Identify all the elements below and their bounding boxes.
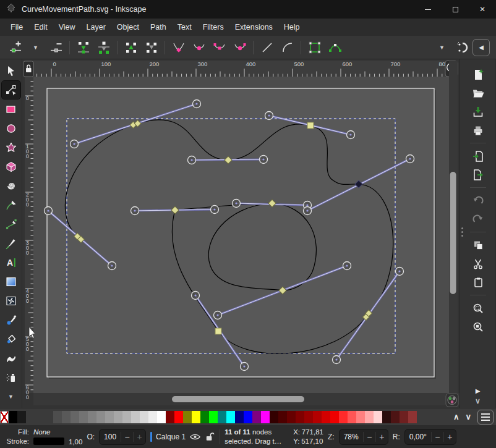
color-swatch[interactable]	[105, 411, 114, 423]
color-swatch[interactable]	[391, 411, 400, 423]
tool-tweak[interactable]	[2, 349, 20, 367]
join-with-segment-button[interactable]	[93, 38, 114, 57]
tool-mesh[interactable]	[2, 292, 20, 310]
redo-button[interactable]	[469, 211, 487, 227]
color-swatch[interactable]	[296, 411, 304, 423]
color-swatch[interactable]	[166, 411, 174, 423]
color-swatch[interactable]	[304, 411, 313, 423]
color-swatch[interactable]	[88, 411, 96, 423]
tool-paint-bucket[interactable]	[2, 330, 20, 348]
line-segment-button[interactable]	[257, 38, 277, 57]
color-swatch[interactable]	[71, 411, 79, 423]
rotation-value[interactable]: 0,00°	[405, 433, 431, 441]
color-swatch[interactable]	[235, 411, 244, 423]
curve-segment-button[interactable]	[277, 38, 297, 57]
tool-calligraphy[interactable]	[2, 234, 20, 252]
color-swatch[interactable]	[218, 411, 226, 423]
menu-help[interactable]: Help	[278, 20, 306, 35]
color-swatch[interactable]	[79, 411, 88, 423]
print-button[interactable]	[469, 122, 487, 138]
canvas-area[interactable]: 0100200300400500600700800010020030040050…	[22, 59, 460, 408]
object-to-path-button[interactable]	[304, 38, 325, 57]
menu-edit[interactable]: Edit	[28, 20, 53, 35]
color-swatch[interactable]	[400, 411, 408, 423]
color-swatch[interactable]	[356, 411, 365, 423]
color-swatch[interactable]	[157, 411, 166, 423]
tool-gradient[interactable]	[2, 273, 20, 290]
delete-segment-button[interactable]	[141, 38, 161, 57]
tool-star[interactable]	[2, 138, 20, 156]
tool-dropper[interactable]	[2, 311, 20, 329]
join-nodes-button[interactable]	[73, 38, 93, 57]
delete-node-button[interactable]	[46, 38, 66, 57]
auto-smooth-node-button[interactable]	[229, 38, 250, 57]
tool-node-editor[interactable]	[2, 81, 20, 99]
menu-path[interactable]: Path	[145, 20, 172, 35]
color-swatch[interactable]	[382, 411, 391, 423]
color-swatch[interactable]	[313, 411, 322, 423]
import-button[interactable]	[469, 148, 487, 164]
tool-pencil[interactable]	[2, 196, 20, 214]
color-swatch[interactable]	[348, 411, 356, 423]
undo-button[interactable]	[469, 193, 487, 208]
color-swatch[interactable]	[408, 411, 417, 423]
save-document-button[interactable]	[469, 104, 487, 119]
color-swatch[interactable]	[200, 411, 209, 423]
color-swatch[interactable]	[183, 411, 192, 423]
tool-selector[interactable]	[2, 62, 20, 80]
h-scrollbar-thumb[interactable]	[172, 396, 304, 402]
zoom-value[interactable]: 78%	[340, 433, 363, 441]
tool-rectangle[interactable]	[2, 100, 20, 118]
insert-node-options-button[interactable]: ▼	[25, 38, 46, 57]
swatch-none[interactable]	[0, 411, 9, 423]
zoom-increase-button[interactable]: +	[375, 432, 388, 442]
menu-filters[interactable]: Filters	[197, 20, 229, 35]
layer-visibility-eye-icon[interactable]	[189, 433, 201, 441]
opacity-value[interactable]: 100	[100, 433, 121, 441]
paste-button[interactable]	[469, 274, 487, 290]
color-swatch[interactable]	[192, 411, 200, 423]
color-swatch[interactable]	[96, 411, 105, 423]
color-swatch[interactable]	[374, 411, 382, 423]
menu-object[interactable]: Object	[111, 20, 145, 35]
tool-more[interactable]: ▼	[2, 387, 20, 405]
color-swatch[interactable]	[131, 411, 140, 423]
maximize-button[interactable]	[442, 0, 469, 19]
commands-bar-handle[interactable]	[461, 227, 463, 237]
color-swatch[interactable]	[122, 411, 131, 423]
zoom-selection-button[interactable]	[469, 300, 487, 316]
color-swatch[interactable]	[62, 411, 71, 423]
stroke-to-path-button[interactable]	[325, 38, 345, 57]
ruler-horizontal[interactable]	[33, 61, 447, 77]
opacity-increase-button[interactable]: +	[133, 432, 145, 442]
zoom-drawing-button[interactable]	[469, 319, 487, 334]
stroke-color-swatch[interactable]	[33, 437, 64, 445]
new-document-button[interactable]	[469, 67, 487, 82]
menu-extensions[interactable]: Extensions	[229, 20, 278, 35]
zoom-decrease-button[interactable]: −	[363, 432, 375, 442]
chevron-down-icon[interactable]: ∨	[475, 397, 481, 405]
color-swatch[interactable]	[53, 411, 62, 423]
color-swatch[interactable]	[244, 411, 252, 423]
smooth-node-button[interactable]	[189, 38, 209, 57]
export-button[interactable]	[469, 167, 487, 182]
tool-spray[interactable]	[2, 368, 20, 386]
insert-node-button[interactable]	[5, 38, 25, 57]
color-swatch[interactable]	[287, 411, 296, 423]
duplicate-button[interactable]	[469, 237, 487, 253]
menu-layer[interactable]: Layer	[81, 20, 111, 35]
document-page[interactable]	[47, 88, 434, 377]
rotation-decrease-button[interactable]: −	[431, 432, 443, 442]
layer-lock-open-icon[interactable]	[205, 431, 215, 442]
tool-text[interactable]: A	[2, 253, 20, 271]
tool-box-3d[interactable]	[2, 158, 20, 175]
color-swatch[interactable]	[261, 411, 270, 423]
menu-text[interactable]: Text	[172, 20, 197, 35]
corner-node-button[interactable]	[168, 38, 189, 57]
break-nodes-button[interactable]	[121, 38, 141, 57]
palette-menu-button[interactable]	[477, 410, 494, 425]
tool-spiral[interactable]	[2, 177, 20, 195]
color-swatch[interactable]	[17, 411, 26, 423]
rotation-increase-button[interactable]: +	[443, 432, 456, 442]
color-swatch[interactable]	[148, 411, 157, 423]
